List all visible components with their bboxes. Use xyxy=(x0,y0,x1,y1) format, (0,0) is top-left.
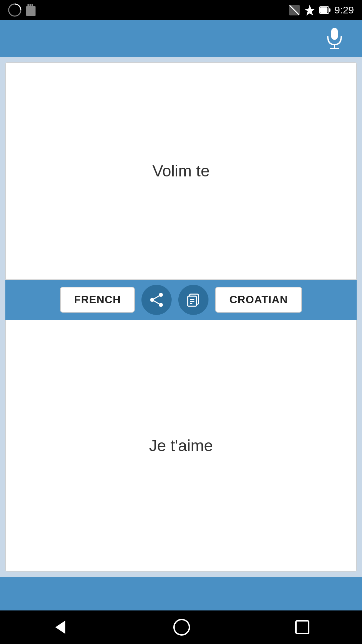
app-header xyxy=(0,20,362,57)
recents-icon xyxy=(295,620,310,635)
svg-rect-2 xyxy=(27,4,29,7)
svg-rect-8 xyxy=(320,7,327,13)
svg-point-24 xyxy=(174,620,189,635)
nav-bar xyxy=(0,610,362,644)
status-time: 9:29 xyxy=(335,4,354,16)
back-icon xyxy=(52,619,69,636)
svg-rect-25 xyxy=(296,621,309,634)
no-sim-icon xyxy=(288,4,300,16)
back-button[interactable] xyxy=(47,613,74,641)
home-icon xyxy=(173,618,191,636)
status-bar-left xyxy=(8,3,36,17)
source-language-button[interactable]: FRENCH xyxy=(60,287,135,313)
mic-button[interactable] xyxy=(320,22,349,55)
share-button[interactable] xyxy=(141,285,172,315)
middle-toolbar: FRENCH CROATIAN xyxy=(5,280,357,320)
copy-button[interactable] xyxy=(178,285,208,315)
svg-rect-4 xyxy=(32,4,33,7)
target-language-button[interactable]: CROATIAN xyxy=(215,287,302,313)
airplane-icon xyxy=(304,4,316,16)
mic-icon xyxy=(326,27,343,50)
top-translation-panel[interactable]: Volim te xyxy=(5,62,357,280)
svg-line-17 xyxy=(152,300,161,305)
battery-icon xyxy=(319,4,331,16)
svg-rect-10 xyxy=(331,28,338,40)
svg-line-16 xyxy=(152,295,161,300)
home-button[interactable] xyxy=(167,613,196,642)
status-bar-right: 9:29 xyxy=(288,4,354,16)
spinner-icon xyxy=(8,3,21,17)
svg-marker-23 xyxy=(55,621,65,634)
svg-rect-9 xyxy=(329,8,330,12)
status-bar: 9:29 xyxy=(0,0,362,20)
bottom-bar xyxy=(0,577,362,610)
svg-rect-3 xyxy=(29,4,31,7)
bottom-translation-panel[interactable]: Je t'aime xyxy=(5,320,357,572)
share-icon xyxy=(149,292,164,308)
translated-text: Je t'aime xyxy=(136,423,227,468)
recents-button[interactable] xyxy=(289,614,315,640)
svg-rect-1 xyxy=(26,6,36,16)
source-text: Volim te xyxy=(139,148,223,194)
sd-card-icon xyxy=(25,3,36,17)
main-content: Volim te FRENCH CROATIA xyxy=(0,57,362,577)
copy-icon xyxy=(186,292,201,308)
